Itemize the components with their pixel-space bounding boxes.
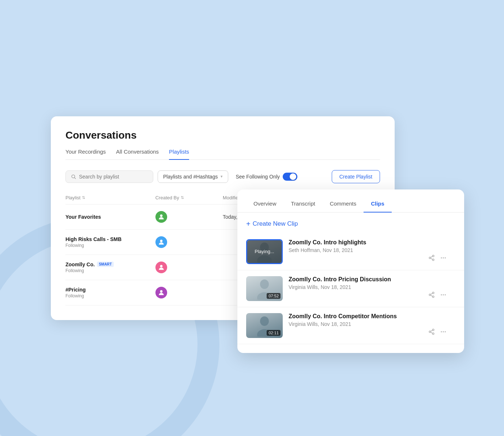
- avatar-cell-0: [155, 211, 223, 223]
- header-playlist[interactable]: Playlist ⇅: [65, 195, 155, 200]
- svg-point-13: [441, 257, 442, 258]
- following-label: See Following Only: [236, 174, 280, 180]
- playlist-name-cell: Zoomlly Co. SMART Following: [65, 262, 155, 273]
- svg-point-15: [445, 257, 446, 258]
- svg-line-1: [74, 177, 75, 178]
- chevron-down-icon: ▾: [221, 174, 223, 179]
- clips-tab-transcript[interactable]: Transcript: [284, 197, 323, 213]
- svg-line-11: [430, 258, 432, 259]
- clip-author-1: Virginia Wills, Nov 18, 2021: [289, 284, 455, 290]
- svg-point-3: [160, 240, 162, 242]
- svg-point-34: [443, 331, 444, 332]
- tab-playlists[interactable]: Playlists: [169, 149, 189, 160]
- clip-item[interactable]: 07:52 Zoomlly Co. Intro Pricing Discussi…: [237, 270, 464, 307]
- clip-thumbnail-0[interactable]: Playing...: [246, 239, 283, 264]
- following-toggle-row: See Following Only: [236, 173, 297, 181]
- svg-point-26: [260, 316, 269, 326]
- toolbar: Playlists and #Hashtags ▾ See Following …: [65, 170, 380, 183]
- svg-line-22: [430, 293, 432, 294]
- page-wrapper: Conversations Your Recordings All Conver…: [51, 116, 453, 320]
- avatar: [155, 236, 167, 248]
- svg-point-35: [445, 331, 446, 332]
- header-created-by[interactable]: Created By ⇅: [155, 195, 223, 200]
- create-playlist-button[interactable]: Create Playlist: [332, 170, 380, 183]
- avatar: [155, 262, 167, 273]
- main-tabs: Your Recordings All Conversations Playli…: [65, 149, 380, 160]
- svg-line-12: [430, 256, 432, 257]
- svg-line-32: [430, 330, 432, 331]
- playlist-name-cell: #Pricing Following: [65, 287, 155, 298]
- svg-point-2: [160, 214, 162, 217]
- svg-point-14: [443, 257, 444, 258]
- clip-actions-0: [289, 253, 455, 263]
- clip-info-1: Zoomlly Co. Intro Pricing Discussion Vir…: [289, 276, 455, 300]
- svg-point-23: [441, 294, 442, 295]
- clip-item[interactable]: Playing... Zoomlly Co. Intro highlights …: [237, 233, 464, 270]
- share-icon[interactable]: [428, 292, 435, 300]
- clip-info-2: Zoomlly Co. Intro Competitor Mentions Vi…: [289, 313, 455, 337]
- clip-author-0: Seth Hoffman, Nov 18, 2021: [289, 247, 455, 253]
- following-toggle-switch[interactable]: [283, 173, 297, 181]
- more-options-icon[interactable]: [440, 255, 447, 263]
- create-clip-label: Create New Clip: [253, 220, 298, 228]
- playlist-name-cell: Your Favorites: [65, 214, 155, 220]
- smart-badge: SMART: [97, 262, 114, 267]
- avatar-cell-3: [155, 287, 223, 298]
- more-options-icon[interactable]: [440, 328, 447, 337]
- avatar-cell-1: [155, 236, 223, 248]
- clips-tab-overview[interactable]: Overview: [246, 197, 284, 213]
- svg-point-5: [160, 290, 162, 293]
- share-icon[interactable]: [428, 328, 435, 337]
- clip-actions-2: [289, 327, 455, 337]
- avatar: [155, 211, 167, 223]
- svg-line-31: [430, 332, 432, 333]
- plus-icon: +: [246, 220, 251, 228]
- create-new-clip-button[interactable]: + Create New Clip: [237, 213, 464, 233]
- playlist-name-cell: High Risks Calls - SMB Following: [65, 236, 155, 248]
- tab-recordings[interactable]: Your Recordings: [65, 149, 106, 160]
- clip-title-0: Zoomlly Co. Intro highlights: [289, 239, 455, 246]
- clips-tab-comments[interactable]: Comments: [323, 197, 364, 213]
- duration-badge-2: 02:11: [267, 330, 281, 336]
- clips-panel: Overview Transcript Comments Clips + Cre…: [237, 189, 464, 353]
- clip-author-2: Virginia Wills, Nov 18, 2021: [289, 321, 455, 327]
- clips-tab-clips[interactable]: Clips: [364, 197, 392, 213]
- search-box[interactable]: [65, 170, 153, 183]
- share-icon[interactable]: [428, 255, 435, 263]
- clip-item[interactable]: 02:11 Zoomlly Co. Intro Competitor Menti…: [237, 307, 464, 344]
- clip-title-2: Zoomlly Co. Intro Competitor Mentions: [289, 313, 455, 320]
- clip-title-1: Zoomlly Co. Intro Pricing Discussion: [289, 276, 455, 283]
- tab-all-conversations[interactable]: All Conversations: [116, 149, 159, 160]
- clip-info-0: Zoomlly Co. Intro highlights Seth Hoffma…: [289, 239, 455, 263]
- sort-icon-created-by: ⇅: [181, 195, 184, 200]
- clip-thumbnail-1[interactable]: 07:52: [246, 276, 283, 301]
- clips-tabs: Overview Transcript Comments Clips: [237, 189, 464, 213]
- avatar-cell-2: [155, 262, 223, 273]
- toggle-knob: [290, 173, 296, 180]
- svg-line-21: [430, 295, 432, 296]
- svg-point-24: [443, 294, 444, 295]
- svg-point-4: [160, 265, 162, 267]
- clip-thumbnail-2[interactable]: 02:11: [246, 313, 283, 338]
- page-title: Conversations: [65, 129, 380, 141]
- search-icon: [71, 174, 76, 179]
- svg-point-16: [260, 279, 269, 289]
- more-options-icon[interactable]: [440, 292, 447, 300]
- svg-point-25: [445, 294, 446, 295]
- svg-point-33: [441, 331, 442, 332]
- search-input[interactable]: [79, 174, 148, 180]
- sort-icon-playlist: ⇅: [82, 195, 85, 200]
- clip-actions-1: [289, 290, 455, 300]
- playing-label: Playing...: [247, 240, 282, 263]
- avatar: [155, 287, 167, 298]
- filter-dropdown[interactable]: Playlists and #Hashtags ▾: [158, 170, 228, 183]
- dropdown-label: Playlists and #Hashtags: [163, 174, 218, 180]
- duration-badge-1: 07:52: [267, 293, 281, 299]
